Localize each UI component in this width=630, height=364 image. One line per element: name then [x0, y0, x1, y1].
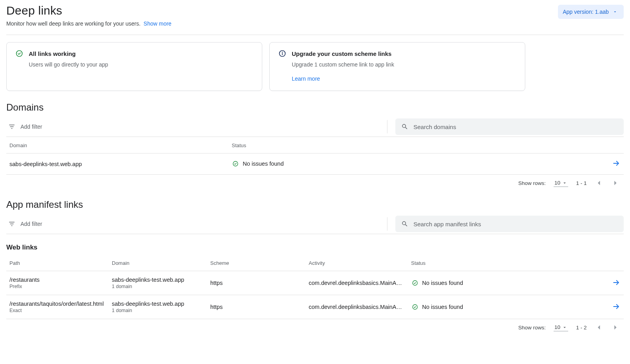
- add-filter-label: Add filter: [20, 221, 42, 227]
- pager-rows-value: 10: [554, 180, 560, 186]
- domains-heading: Domains: [6, 102, 624, 113]
- check-circle-icon: [411, 279, 419, 287]
- arrow-right-icon[interactable]: [612, 306, 621, 312]
- cell-domain-sub: 1 domain: [112, 284, 204, 289]
- cell-activity: com.devrel.deeplinksbasics.MainActiv…: [306, 295, 408, 319]
- table-row[interactable]: sabs-deeplinks-test.web.app No issues fo…: [6, 153, 624, 175]
- table-row[interactable]: /restaurants/taquitos/order/latest.html …: [6, 295, 624, 319]
- app-version-label: App version: 1.aab: [563, 9, 609, 15]
- pager-show-rows-label: Show rows:: [518, 325, 546, 331]
- learn-more-link[interactable]: Learn more: [292, 76, 320, 82]
- add-filter-label: Add filter: [20, 124, 42, 130]
- add-filter-button[interactable]: Add filter: [6, 214, 44, 233]
- search-domains-input[interactable]: [413, 123, 618, 131]
- check-circle-icon: [411, 303, 419, 311]
- cell-status: No issues found: [422, 280, 463, 286]
- pager-prev-icon[interactable]: [595, 179, 603, 187]
- pager-range: 1 - 1: [576, 180, 587, 186]
- card-all-links-working: All links working Users will go directly…: [6, 42, 262, 91]
- table-row[interactable]: /restaurants Prefix sabs-deeplinks-test.…: [6, 271, 624, 295]
- cell-activity: com.devrel.deeplinksbasics.MainActiv…: [306, 271, 408, 295]
- filter-icon: [8, 220, 16, 228]
- search-icon: [401, 123, 409, 131]
- cell-path-sub: Prefix: [9, 284, 106, 289]
- search-manifest-box[interactable]: [395, 216, 624, 232]
- col-status: Status: [408, 255, 608, 271]
- search-domains-box[interactable]: [395, 118, 624, 135]
- page-subtitle: Monitor how well deep links are working …: [6, 20, 141, 27]
- pager-rows-select[interactable]: 10: [554, 179, 568, 187]
- cell-domain-sub: 1 domain: [112, 308, 204, 313]
- weblinks-heading: Web links: [6, 244, 624, 251]
- filter-icon: [8, 123, 16, 131]
- cell-path: /restaurants/taquitos/order/latest.html: [9, 301, 104, 307]
- manifest-heading: App manifest links: [6, 199, 624, 210]
- col-activity: Activity: [306, 255, 408, 271]
- svg-point-2: [282, 52, 283, 53]
- card-info-body: Upgrade 1 custom scheme link to app link: [292, 61, 516, 68]
- search-icon: [401, 220, 409, 228]
- cell-domain: sabs-deeplinks-test.web.app: [6, 153, 228, 175]
- add-filter-button[interactable]: Add filter: [6, 117, 44, 136]
- cell-scheme: https: [207, 271, 306, 295]
- card-upgrade-links: Upgrade your custom scheme links Upgrade…: [269, 42, 525, 91]
- arrow-right-icon[interactable]: [612, 282, 621, 288]
- weblinks-table: Path Domain Scheme Activity Status /rest…: [6, 255, 624, 319]
- card-ok-title: All links working: [29, 50, 76, 57]
- pager-next-icon[interactable]: [611, 323, 620, 332]
- cell-status: No issues found: [422, 304, 463, 310]
- domains-table: Domain Status sabs-deeplinks-test.web.ap…: [6, 137, 624, 175]
- svg-rect-3: [282, 53, 283, 55]
- col-scheme: Scheme: [207, 255, 306, 271]
- pager-show-rows-label: Show rows:: [518, 180, 546, 186]
- search-manifest-input[interactable]: [413, 220, 618, 228]
- col-path: Path: [6, 255, 109, 271]
- cell-path: /restaurants: [9, 277, 40, 283]
- pager-prev-icon[interactable]: [595, 323, 603, 332]
- cell-domain: sabs-deeplinks-test.web.app: [112, 301, 184, 307]
- col-status: Status: [228, 137, 608, 153]
- pager-next-icon[interactable]: [611, 179, 620, 187]
- chevron-down-icon: [611, 8, 619, 16]
- page-title: Deep links: [6, 4, 171, 17]
- cell-scheme: https: [207, 295, 306, 319]
- card-ok-body: Users will go directly to your app: [15, 61, 253, 68]
- card-info-title: Upgrade your custom scheme links: [292, 50, 391, 57]
- show-more-link[interactable]: Show more: [144, 20, 172, 27]
- pager-rows-value: 10: [554, 324, 560, 330]
- cell-domain: sabs-deeplinks-test.web.app: [112, 277, 184, 283]
- cell-status: No issues found: [243, 161, 284, 167]
- check-circle-icon: [15, 50, 23, 57]
- col-domain: Domain: [6, 137, 228, 153]
- col-domain: Domain: [109, 255, 207, 271]
- arrow-right-icon[interactable]: [612, 163, 621, 169]
- pager-rows-select[interactable]: 10: [554, 323, 568, 331]
- info-icon: [278, 50, 286, 57]
- pager-range: 1 - 2: [576, 325, 587, 331]
- app-version-select[interactable]: App version: 1.aab: [558, 5, 624, 19]
- check-circle-icon: [232, 160, 239, 168]
- cell-path-sub: Exact: [9, 308, 106, 313]
